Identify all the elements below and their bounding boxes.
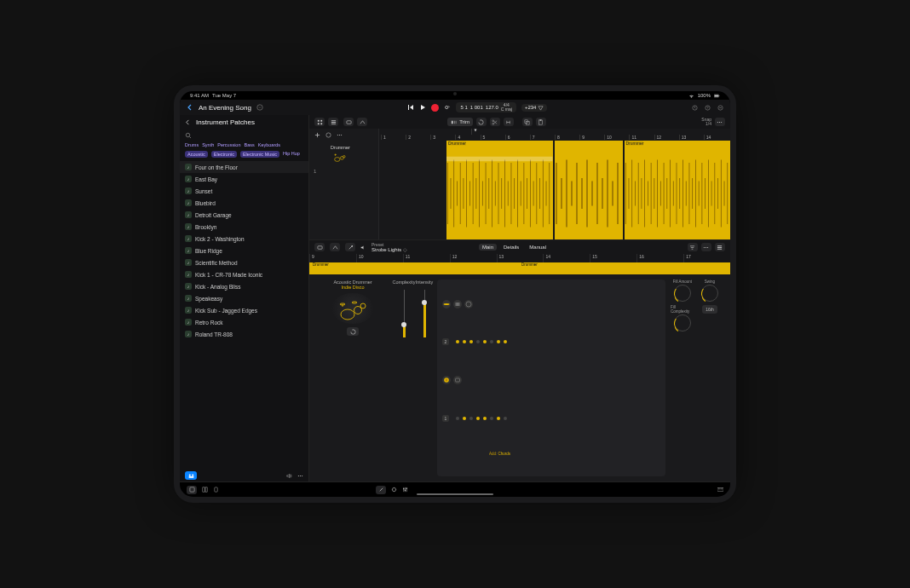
patch-item[interactable]: ♪Brooklyn (180, 221, 308, 233)
pattern-row[interactable]: 1 (442, 415, 660, 422)
track-header-drummer[interactable]: Drummer (320, 145, 360, 163)
automation-button[interactable] (357, 118, 367, 126)
pattern-row[interactable] (442, 300, 660, 308)
pattern-row[interactable]: 2 (442, 338, 660, 345)
tab-details[interactable]: Details (500, 244, 522, 251)
tag[interactable]: Keyboards (258, 142, 280, 147)
editor-filter-button[interactable] (688, 243, 698, 251)
keyboard-button[interactable] (717, 487, 723, 493)
swing-knob[interactable]: Swing (698, 280, 722, 302)
scissors-button[interactable] (490, 118, 500, 126)
preset-selector[interactable]: Preset Strobe Lights ◇ (371, 243, 407, 252)
back-button[interactable] (187, 104, 193, 111)
tag[interactable]: Electronic (211, 151, 237, 158)
tag[interactable]: Percussion (217, 142, 240, 147)
patch-item[interactable]: ♪Speakeasy (180, 292, 308, 304)
more-button[interactable] (715, 118, 725, 126)
track-filter-button[interactable] (325, 132, 331, 138)
row-variant[interactable]: 2 (442, 338, 449, 345)
ride-icon[interactable] (464, 300, 473, 308)
copy-button[interactable] (522, 118, 533, 126)
patch-item[interactable]: ♪Kick - Analog Bliss (180, 280, 308, 292)
editor-drumstick-button[interactable] (345, 243, 355, 251)
play-button[interactable] (419, 104, 426, 111)
tag[interactable]: Electronic Music (240, 151, 279, 158)
editor-ruler[interactable]: 91011121314151617 (309, 254, 730, 262)
timeline[interactable]: 1234567891011121314 Drummer (379, 129, 730, 239)
mixer-button[interactable] (402, 487, 408, 493)
playhead[interactable] (471, 129, 477, 135)
patch-item[interactable]: ♪Detroit Garage (180, 209, 308, 221)
history-icon[interactable] (692, 105, 698, 111)
snap-display[interactable]: Snap 1/4 (701, 118, 711, 126)
complexity-slider[interactable]: Complexity (396, 280, 412, 476)
list-view-button[interactable] (328, 118, 338, 126)
patch-item[interactable]: ♪Kick Sub - Jagged Edges (180, 304, 308, 316)
library-search[interactable] (180, 129, 308, 142)
go-to-start-button[interactable] (407, 104, 414, 111)
patch-item[interactable]: ♪Four on the Floor (180, 161, 308, 173)
settings-icon[interactable] (717, 105, 723, 111)
division-chip[interactable]: 16th (698, 305, 722, 331)
kick-icon[interactable] (453, 376, 462, 384)
drum-kit-graphic[interactable] (331, 293, 374, 324)
editor-region-strip[interactable]: Drummer Drummer (309, 262, 730, 274)
editor-region-button[interactable] (314, 243, 325, 251)
tab-manual[interactable]: Manual (526, 244, 550, 251)
patch-item[interactable]: ♪Kick 1 - CR-78 Made Iconic (180, 268, 308, 280)
editor-more-button[interactable] (701, 243, 711, 251)
patch-item[interactable]: ♪Bluebird (180, 197, 308, 209)
fill-complexity-knob[interactable]: Fill Complexity (671, 305, 694, 331)
fill-amount-knob[interactable]: Fill Amount (671, 280, 694, 302)
drummer-region[interactable]: Drummer (625, 141, 731, 239)
row-variant[interactable]: 1 (442, 415, 449, 422)
patch-item[interactable]: ♪Retro Rock (180, 316, 308, 328)
patch-item[interactable]: ♪East Bay (180, 173, 308, 185)
more-icon[interactable] (297, 473, 303, 479)
patch-item[interactable]: ♪Scientific Method (180, 257, 308, 268)
editor-button[interactable] (376, 486, 386, 494)
snare-icon[interactable] (442, 376, 451, 384)
add-track-button[interactable] (314, 132, 320, 138)
regenerate-button[interactable] (347, 327, 359, 336)
patch-list[interactable]: ♪Four on the Floor ♪East Bay ♪Sunset ♪Bl… (180, 161, 308, 470)
drummer-region[interactable]: Drummer (446, 141, 553, 239)
tag[interactable]: Drums (185, 142, 199, 147)
session-player-button[interactable] (185, 471, 197, 480)
editor-automation-button[interactable] (330, 243, 340, 251)
clips-lane[interactable]: Drummer (379, 141, 730, 239)
tab-main[interactable]: Main (479, 244, 497, 251)
cycle-button[interactable] (444, 104, 451, 111)
tag[interactable]: Bass (245, 142, 255, 147)
trim-tool[interactable]: Trim (447, 118, 473, 126)
tag[interactable]: Acoustic (185, 151, 208, 158)
loop-tool-button[interactable] (476, 118, 487, 126)
record-button[interactable] (431, 104, 439, 112)
library-button[interactable] (187, 486, 197, 494)
volume-icon[interactable] (286, 473, 292, 479)
region-button[interactable] (343, 118, 354, 126)
notes-button[interactable] (213, 487, 219, 493)
hihat-icon[interactable] (453, 300, 462, 308)
pattern-row[interactable] (442, 376, 660, 384)
home-indicator[interactable] (417, 493, 493, 495)
patch-item[interactable]: ♪Blue Ridge (180, 245, 308, 257)
lcd-display[interactable]: 5 1 1 001 127.0 4/4 C maj (456, 102, 515, 112)
tag[interactable]: Hip Hop (283, 151, 300, 158)
patch-item[interactable]: ♪Sunset (180, 185, 308, 197)
drummer-region[interactable] (555, 141, 623, 239)
ruler[interactable]: 1234567891011121314 (379, 129, 730, 141)
library-back-button[interactable] (185, 119, 191, 125)
paste-button[interactable] (536, 118, 546, 126)
cymbal-icon[interactable] (442, 300, 451, 308)
song-title[interactable]: An Evening Song (199, 104, 251, 112)
tuner-button[interactable]: +234 (521, 104, 548, 112)
grid-view-button[interactable] (314, 118, 325, 126)
smart-controls-button[interactable] (391, 487, 397, 493)
speaker-icon[interactable] (360, 245, 366, 251)
song-menu-icon[interactable] (256, 104, 263, 111)
editor-menu-button[interactable] (715, 243, 725, 251)
browser-button[interactable] (202, 487, 208, 493)
help-icon[interactable]: ? (705, 105, 711, 111)
patch-item[interactable]: ♪Kick 2 - Washington (180, 233, 308, 245)
